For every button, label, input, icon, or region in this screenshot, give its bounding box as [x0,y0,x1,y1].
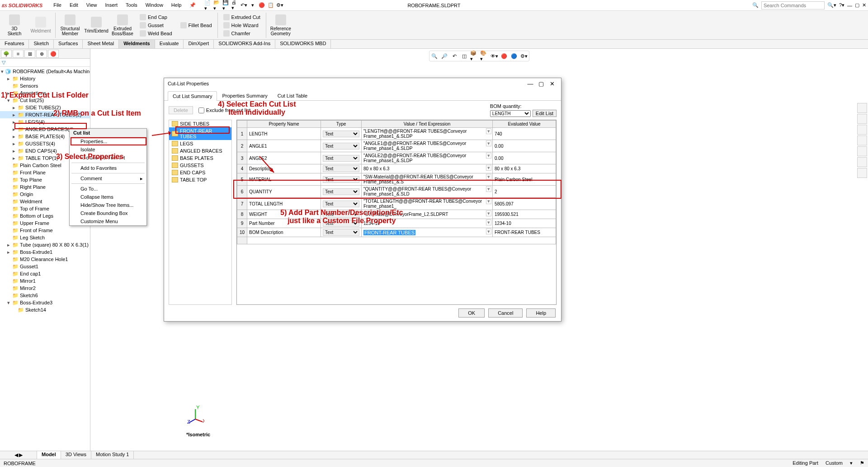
tree-node[interactable]: ▸📁Boss-Extrude1 [0,248,90,256]
property-row[interactable]: 6QUANTITYText"QUANTITY@@@FRONT-REAR TUBE… [237,186,556,198]
taskpane-home-icon[interactable] [857,103,867,113]
cmd-endcap[interactable]: End Cap [138,14,174,21]
taskpane-forum-icon[interactable] [857,168,867,178]
tab-addins[interactable]: SOLIDWORKS Add-Ins [214,40,275,48]
ribbon-trim[interactable]: Trim/Extend [84,16,109,34]
search-icon[interactable]: 🔍▾ [827,2,836,8]
type-select[interactable]: Text [323,211,359,218]
display-style-icon[interactable]: 🎨▾ [480,52,488,60]
tree-node[interactable]: 📁Sketch14 [0,306,90,313]
ribbon-3dsketch[interactable]: 3D Sketch [2,14,27,37]
select-icon[interactable]: ▾ [249,2,256,9]
restore-icon[interactable]: ▢ [855,2,859,8]
zoom-area-icon[interactable]: 🔎 [440,52,448,60]
cmd-holewizard[interactable]: Hole Wizard [222,22,262,29]
help-icon[interactable]: ?▾ [839,2,844,8]
edit-appear-icon[interactable]: 🔴 [500,52,508,60]
tab-evaluate[interactable]: Evaluate [155,40,184,48]
taskpane-view-icon[interactable] [857,135,867,145]
cmd-extrudedcut[interactable]: Extruded Cut [222,14,262,21]
tree-node[interactable]: 📁End cap1 [0,270,90,277]
prev-view-icon[interactable]: ↶ [450,52,458,60]
property-row[interactable]: 4DescriptionText80 x 80 x 6.3▾80 x 80 x … [237,164,556,173]
new-icon[interactable]: 📄▾ [204,2,211,9]
menu-edit[interactable]: Edit [66,1,82,9]
status-custom[interactable]: Custom [826,460,843,466]
context-menu-item[interactable]: Properties... [70,137,146,145]
cutlist-sidebar-item[interactable]: BASE PLATES [169,154,231,162]
context-menu-item[interactable]: Create Bounding Box [70,209,146,217]
context-menu-item[interactable]: Isolate [70,145,146,154]
tree-node[interactable]: 📁Sensors [0,82,90,89]
tree-node[interactable]: 📁Sketch6 [0,292,90,299]
context-menu-item[interactable]: Hide/Show Tree Items... [70,201,146,209]
fm-tab-dim[interactable]: ⊕ [36,50,47,58]
print-icon[interactable]: 🖨▾ [231,2,238,9]
context-menu-item[interactable]: Collapse Items [70,193,146,201]
view-orient-icon[interactable]: 📦▾ [470,52,478,60]
context-menu-item[interactable]: Add to Favorites [70,164,146,172]
context-menu-item[interactable]: Comment▸ [70,174,146,182]
ribbon-structural[interactable]: Structural Member [57,14,83,37]
property-row[interactable]: 7TOTAL LENGTHText"TOTAL LENGTH@@@FRONT-R… [237,198,556,210]
status-units-icon[interactable]: ▾ [850,460,853,466]
menu-view[interactable]: View [83,1,101,9]
type-select[interactable]: Text [323,188,359,195]
pin-icon[interactable]: 📌 [186,1,199,9]
bom-quantity-select[interactable]: LENGTH [490,110,531,117]
taskpane-resources-icon[interactable] [857,114,867,124]
help-button[interactable]: Help [526,308,556,318]
context-menu-item[interactable]: Customize Menu [70,217,146,225]
tree-node[interactable]: 📁Gusset1 [0,263,90,270]
property-row[interactable]: 1LENGTHText"LENGTH@@@FRONT-REAR TUBES@Co… [237,128,556,140]
tab-sheetmetal[interactable]: Sheet Metal [83,40,119,48]
menu-file[interactable]: File [50,1,65,9]
tab-features[interactable]: Features [0,40,29,48]
tree-node[interactable]: ▸📁SIDE TUBES(2) [0,104,90,111]
fm-tab-config[interactable]: ⊞ [24,50,35,58]
tab-nav-prev-icon[interactable]: ◀ [14,452,18,458]
undo-icon[interactable]: ↶▾ [240,2,247,9]
menu-tools[interactable]: Tools [122,1,141,9]
bottom-tab-model[interactable]: Model [37,451,61,459]
tab-mbd[interactable]: SOLIDWORKS MBD [275,40,331,48]
cancel-button[interactable]: Cancel [488,308,523,318]
bottom-tab-3dviews[interactable]: 3D Views [61,451,91,459]
open-icon[interactable]: 📂▾ [213,2,220,9]
zoom-fit-icon[interactable]: 🔍 [430,52,439,60]
context-menu-item[interactable]: Go To... [70,185,146,193]
ribbon-refgeom[interactable]: Reference Geometry [268,14,293,37]
cutlist-sidebar-item[interactable]: LEGS [169,140,231,147]
type-select[interactable]: Text [323,220,359,227]
save-icon[interactable]: 💾▾ [222,2,229,9]
fm-tab-tree[interactable]: 🌳 [1,50,12,58]
type-select[interactable]: Text [323,165,359,172]
minimize-icon[interactable]: — [847,3,852,8]
edit-list-button[interactable]: Edit List [533,110,557,117]
view-settings-icon[interactable]: ⚙▾ [520,52,528,60]
menu-help[interactable]: Help [168,1,185,9]
property-row[interactable]: 5MATERIALText"SW-Material@@@FRONT-REAR T… [237,173,556,186]
search-input[interactable] [761,1,825,9]
tree-node[interactable]: ▸📁LEGS(4) [0,118,90,126]
tree-node[interactable]: ▸📁FRONT-REAR TUBES(2) [0,111,90,118]
options-icon[interactable]: 📋 [267,2,274,9]
property-row[interactable]: 10BOM DescriptionTextFRONT-REAR TUBES▾FR… [237,228,556,237]
cmd-gusset[interactable]: Gusset [138,22,174,29]
tree-node[interactable]: 📁Front of Frame [0,227,90,234]
tree-node[interactable]: ▸📁Annotations [0,89,90,97]
settings-icon[interactable]: ⚙▾ [276,2,283,9]
delete-button[interactable]: Delete [169,106,193,114]
dialog-close-icon[interactable]: ✕ [547,79,557,88]
status-flags-icon[interactable]: ⚑ [860,460,864,466]
rebuild-icon[interactable]: 🔴 [258,2,265,9]
ok-button[interactable]: OK [458,308,485,318]
cutlist-sidebar-item[interactable]: TABLE TOP [169,176,231,183]
taskpane-appear-icon[interactable] [857,146,867,156]
tree-node[interactable]: 📁M20 Clearance Hole1 [0,256,90,263]
dialog-maximize-icon[interactable]: ▢ [536,79,547,88]
cutlist-sidebar-item[interactable]: SIDE TUBES [169,120,231,127]
tab-weldments[interactable]: Weldments [119,40,155,48]
close-icon[interactable]: ✕ [862,2,866,8]
cutlist-sidebar-item[interactable]: GUSSETS [169,162,231,169]
